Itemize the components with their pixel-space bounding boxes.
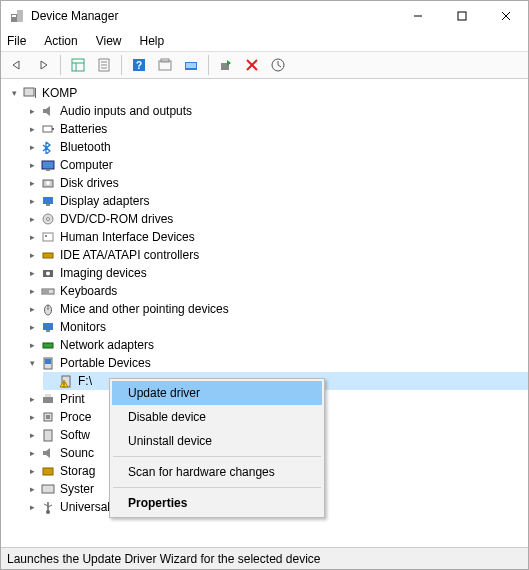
- monitor-icon: [40, 319, 56, 335]
- svg-text:?: ?: [136, 60, 142, 71]
- expand-icon[interactable]: ▸: [25, 104, 39, 118]
- action-button[interactable]: [153, 54, 177, 76]
- category-network[interactable]: ▸Network adapters: [25, 336, 528, 354]
- speaker-icon: [40, 103, 56, 119]
- minimize-button[interactable]: [396, 1, 440, 31]
- pc-icon: [40, 157, 56, 173]
- svg-rect-48: [46, 330, 50, 332]
- collapse-icon[interactable]: ▾: [25, 356, 39, 370]
- svg-rect-2: [12, 15, 16, 17]
- enable-button[interactable]: [214, 54, 238, 76]
- svg-rect-59: [43, 468, 53, 475]
- svg-rect-19: [186, 63, 196, 68]
- svg-rect-28: [42, 161, 54, 169]
- expand-icon[interactable]: ▸: [25, 410, 39, 424]
- expand-icon[interactable]: ▸: [25, 464, 39, 478]
- expand-icon[interactable]: ▸: [25, 500, 39, 514]
- svg-rect-49: [43, 343, 53, 348]
- svg-rect-7: [72, 59, 84, 71]
- device-tree-pane[interactable]: ▾ KOMP ▸Audio inputs and outputs ▸Batter…: [1, 79, 528, 547]
- category-audio[interactable]: ▸Audio inputs and outputs: [25, 102, 528, 120]
- expand-icon[interactable]: ▸: [25, 176, 39, 190]
- device-warning-icon: !: [58, 373, 74, 389]
- menu-help[interactable]: Help: [138, 33, 167, 49]
- category-dvd[interactable]: ▸DVD/CD-ROM drives: [25, 210, 528, 228]
- category-display[interactable]: ▸Display adapters: [25, 192, 528, 210]
- expand-icon[interactable]: ▸: [25, 428, 39, 442]
- tree-root[interactable]: ▾ KOMP: [7, 84, 528, 102]
- expand-icon[interactable]: ▸: [25, 212, 39, 226]
- network-icon: [40, 337, 56, 353]
- expand-icon[interactable]: ▸: [25, 284, 39, 298]
- svg-rect-4: [458, 12, 466, 20]
- software-icon: [40, 427, 56, 443]
- expand-icon[interactable]: ▸: [25, 248, 39, 262]
- expand-icon[interactable]: ▸: [25, 230, 39, 244]
- svg-rect-36: [43, 233, 53, 241]
- category-keyboards[interactable]: ▸Keyboards: [25, 282, 528, 300]
- menu-uninstall-device[interactable]: Uninstall device: [112, 429, 322, 453]
- properties-button[interactable]: [92, 54, 116, 76]
- expand-icon[interactable]: ▸: [25, 266, 39, 280]
- svg-rect-1: [17, 10, 23, 22]
- system-icon: [40, 481, 56, 497]
- forward-button[interactable]: [31, 54, 55, 76]
- update-driver-button[interactable]: [266, 54, 290, 76]
- sound-icon: [40, 445, 56, 461]
- separator: [121, 55, 122, 75]
- computer-icon: [22, 85, 38, 101]
- portable-icon: [40, 355, 56, 371]
- expand-icon[interactable]: ▸: [25, 302, 39, 316]
- svg-rect-54: [43, 397, 53, 403]
- expand-icon[interactable]: ▸: [25, 158, 39, 172]
- expand-icon[interactable]: ▸: [25, 194, 39, 208]
- usb-icon: [40, 499, 56, 515]
- category-hid[interactable]: ▸Human Interface Devices: [25, 228, 528, 246]
- disable-button[interactable]: [240, 54, 264, 76]
- menu-action[interactable]: Action: [42, 33, 79, 49]
- menu-disable-device[interactable]: Disable device: [112, 405, 322, 429]
- menu-scan-hardware[interactable]: Scan for hardware changes: [112, 460, 322, 484]
- category-imaging[interactable]: ▸Imaging devices: [25, 264, 528, 282]
- category-batteries[interactable]: ▸Batteries: [25, 120, 528, 138]
- help-button[interactable]: ?: [127, 54, 151, 76]
- category-bluetooth[interactable]: ▸Bluetooth: [25, 138, 528, 156]
- expand-icon[interactable]: ▸: [25, 482, 39, 496]
- expand-icon[interactable]: ▸: [25, 392, 39, 406]
- collapse-icon[interactable]: ▾: [7, 86, 21, 100]
- close-button[interactable]: [484, 1, 528, 31]
- svg-rect-33: [46, 204, 50, 206]
- separator: [208, 55, 209, 75]
- menu-properties[interactable]: Properties: [112, 491, 322, 515]
- svg-rect-24: [24, 88, 34, 96]
- back-button[interactable]: [5, 54, 29, 76]
- menu-view[interactable]: View: [94, 33, 124, 49]
- storage-icon: [40, 463, 56, 479]
- svg-rect-25: [35, 88, 36, 98]
- category-portable[interactable]: ▾Portable Devices: [25, 354, 528, 372]
- category-ide[interactable]: ▸IDE ATA/ATAPI controllers: [25, 246, 528, 264]
- expand-icon[interactable]: ▸: [25, 338, 39, 352]
- svg-rect-27: [52, 128, 54, 130]
- show-hide-tree-button[interactable]: [66, 54, 90, 76]
- menu-update-driver[interactable]: Update driver: [112, 381, 322, 405]
- svg-rect-60: [42, 485, 54, 493]
- scan-button[interactable]: [179, 54, 203, 76]
- expand-icon[interactable]: ▸: [25, 446, 39, 460]
- titlebar: Device Manager: [1, 1, 528, 31]
- expand-icon[interactable]: ▸: [25, 320, 39, 334]
- svg-rect-55: [45, 394, 51, 397]
- category-computer[interactable]: ▸Computer: [25, 156, 528, 174]
- category-disk[interactable]: ▸Disk drives: [25, 174, 528, 192]
- expand-icon[interactable]: ▸: [25, 122, 39, 136]
- menu-separator: [113, 456, 321, 457]
- menu-file[interactable]: File: [5, 33, 28, 49]
- svg-rect-37: [45, 235, 47, 237]
- hid-icon: [40, 229, 56, 245]
- expand-icon[interactable]: ▸: [25, 140, 39, 154]
- maximize-button[interactable]: [440, 1, 484, 31]
- category-mice[interactable]: ▸Mice and other pointing devices: [25, 300, 528, 318]
- display-icon: [40, 193, 56, 209]
- category-monitors[interactable]: ▸Monitors: [25, 318, 528, 336]
- printer-icon: [40, 391, 56, 407]
